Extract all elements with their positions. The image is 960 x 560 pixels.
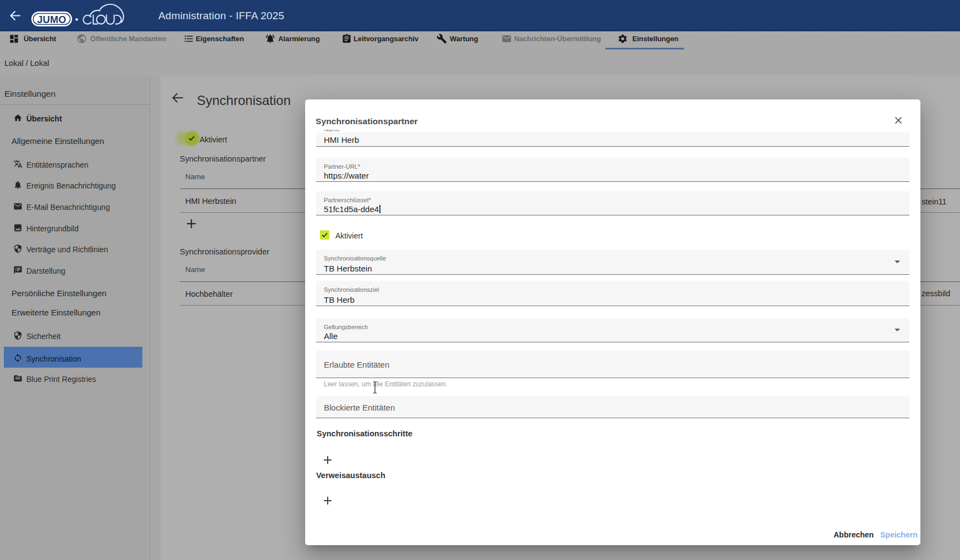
svg-text:JUMO: JUMO	[37, 14, 67, 25]
